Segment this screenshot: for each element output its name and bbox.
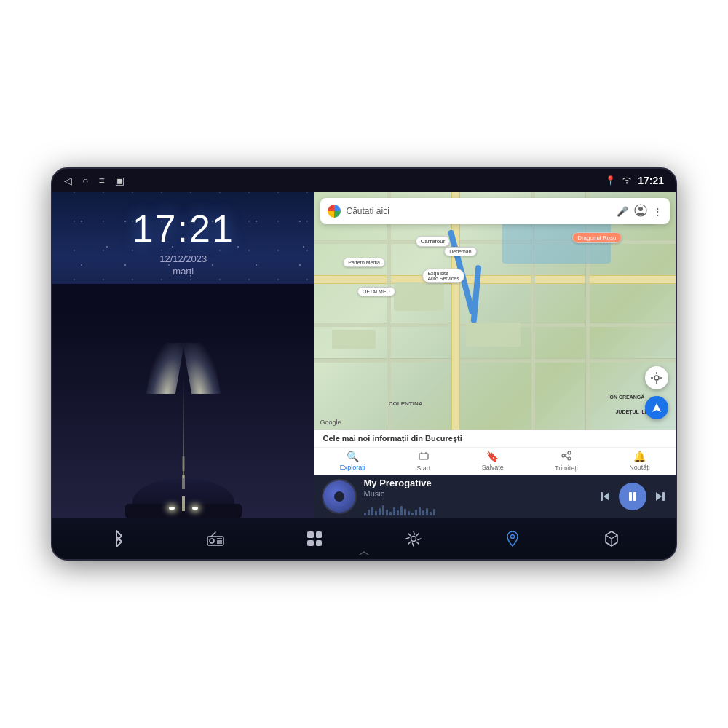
- waveform-bar: [419, 507, 421, 515]
- lock-screen-panel: 17:21 12/12/2023 marți: [52, 192, 314, 518]
- status-bar: ◁ ○ ≡ ▣ 📍 17:21: [52, 169, 676, 192]
- status-indicators: 📍 17:21: [605, 175, 664, 186]
- waveform-bar: [389, 512, 392, 515]
- dock-item-maps[interactable]: [496, 523, 529, 555]
- share-label: Trimiteți: [555, 464, 578, 472]
- waveform-bar: [426, 508, 428, 515]
- waveform-bar: [371, 507, 373, 515]
- waveform-bar: [375, 511, 377, 515]
- waveform-bar: [364, 513, 366, 515]
- map-navigate-button[interactable]: [645, 396, 668, 419]
- start-label: Start: [416, 464, 430, 472]
- svg-line-15: [565, 454, 568, 455]
- car-tunnel-visual: [52, 284, 314, 518]
- svg-point-8: [638, 207, 643, 211]
- start-icon: [419, 451, 429, 463]
- dock-item-cube[interactable]: [596, 523, 628, 555]
- screenshot-icon[interactable]: ▣: [115, 175, 124, 186]
- waveform-bar: [415, 510, 417, 515]
- road-center-line: [182, 496, 185, 511]
- svg-rect-22: [662, 492, 665, 501]
- maps-info-text: Cele mai noi informații din București: [323, 434, 462, 443]
- waveform-bar: [379, 508, 381, 515]
- svg-line-32: [606, 535, 612, 539]
- maps-nav-explore[interactable]: 🔍 Explorați: [340, 451, 365, 472]
- play-pause-button[interactable]: [619, 483, 646, 510]
- music-info: My Prerogative Music: [364, 478, 590, 515]
- menu-icon[interactable]: ≡: [98, 175, 104, 186]
- waveform-bar: [400, 506, 403, 515]
- main-content: 17:21 12/12/2023 marți: [52, 192, 676, 518]
- news-icon: 🔔: [633, 451, 646, 462]
- svg-point-14: [568, 457, 571, 460]
- status-time: 17:21: [638, 175, 664, 186]
- car-light-left: [169, 507, 175, 510]
- maps-nav-news[interactable]: 🔔 Noutăți: [629, 451, 650, 472]
- voice-search-icon[interactable]: 🎤: [617, 206, 628, 217]
- more-options-icon[interactable]: ⋮: [653, 206, 662, 217]
- home-icon[interactable]: ○: [82, 175, 88, 186]
- wifi-icon: [622, 175, 632, 186]
- maps-nav-saved[interactable]: 🔖 Salvate: [482, 451, 504, 472]
- waveform-bar: [404, 509, 406, 515]
- svg-point-13: [562, 454, 565, 457]
- music-title: My Prerogative: [364, 478, 590, 488]
- dock-item-bluetooth[interactable]: [100, 523, 132, 555]
- album-art-inner: [334, 491, 344, 502]
- maps-info-bar: Cele mai noi informații din București: [314, 430, 676, 447]
- poi-carrefour: Carrefour: [416, 236, 451, 247]
- saved-icon: 🔖: [486, 451, 499, 462]
- svg-point-24: [210, 539, 214, 543]
- svg-point-0: [654, 376, 659, 380]
- waveform-bar: [386, 510, 388, 515]
- svg-rect-18: [601, 492, 603, 501]
- music-player: My Prerogative Music: [314, 475, 676, 518]
- svg-rect-19: [629, 492, 632, 501]
- music-waveform: [364, 501, 590, 515]
- svg-rect-9: [419, 454, 428, 459]
- grid-cell: [316, 540, 323, 547]
- waveform-bar: [382, 505, 384, 515]
- search-placeholder[interactable]: Căutați aici: [347, 206, 611, 216]
- waveform-bar: [397, 510, 399, 515]
- svg-point-29: [411, 537, 416, 542]
- grid-cell: [307, 540, 314, 547]
- next-button[interactable]: [654, 490, 667, 503]
- waveform-bar: [430, 512, 432, 515]
- explore-icon: 🔍: [347, 451, 359, 462]
- dock-item-apps[interactable]: [298, 523, 331, 555]
- map-section[interactable]: Carrefour Dragonul Roșu Pattern Media De…: [314, 192, 676, 430]
- google-maps-icon: [328, 205, 341, 218]
- music-controls: [598, 483, 667, 510]
- maps-nav-share[interactable]: Trimiteți: [555, 451, 578, 472]
- back-icon[interactable]: ◁: [64, 175, 72, 186]
- right-panel: Carrefour Dragonul Roșu Pattern Media De…: [314, 192, 676, 518]
- svg-point-30: [511, 535, 515, 539]
- lock-date: 12/12/2023: [159, 253, 207, 264]
- nav-buttons: ◁ ○ ≡ ▣: [64, 175, 124, 186]
- map-location-button[interactable]: [645, 366, 668, 389]
- svg-point-6: [331, 207, 338, 215]
- dock-item-radio[interactable]: [199, 523, 232, 555]
- poi-dragonul: Dragonul Roșu: [572, 232, 621, 243]
- news-label: Noutăți: [629, 464, 650, 471]
- previous-button[interactable]: [598, 490, 612, 503]
- svg-marker-21: [656, 492, 662, 501]
- map-search-bar[interactable]: Căutați aici 🎤 ⋮: [320, 198, 670, 224]
- bottom-dock: [52, 518, 676, 559]
- poi-pattern: Pattern Media: [343, 258, 385, 267]
- device: ◁ ○ ≡ ▣ 📍 17:21 17:21 12/12/2023 marți: [51, 167, 677, 561]
- grid-cell: [316, 531, 323, 538]
- location-icon: 📍: [605, 175, 616, 186]
- dock-chevron-up[interactable]: [358, 550, 370, 558]
- maps-bottom-nav: 🔍 Explorați Start 🔖 Salvate: [314, 447, 676, 475]
- lock-day: marți: [173, 266, 194, 277]
- account-icon[interactable]: [634, 204, 647, 219]
- svg-line-16: [565, 456, 568, 458]
- maps-nav-start[interactable]: Start: [416, 451, 430, 472]
- waveform-bar: [368, 510, 370, 515]
- dock-item-settings[interactable]: [397, 523, 430, 555]
- waveform-bar: [422, 510, 424, 515]
- search-action-icons: 🎤 ⋮: [617, 204, 662, 219]
- label-ion-creanga: ION CREANGĂ: [606, 394, 647, 400]
